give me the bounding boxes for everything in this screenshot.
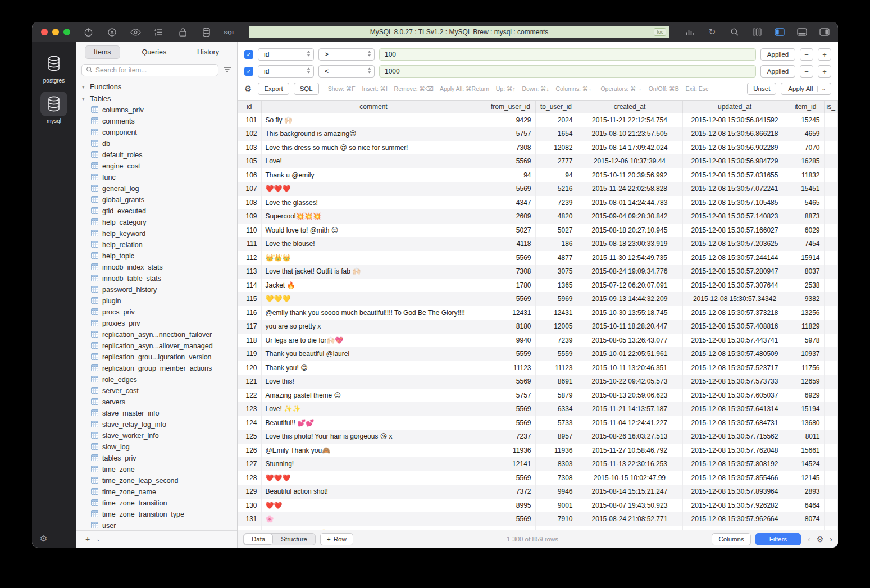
cell-id[interactable]: 126 [238, 444, 261, 458]
cell-to_user_id[interactable]: 4820 [535, 209, 577, 224]
cell-from_user_id[interactable]: 5757 [486, 127, 535, 141]
cell-id[interactable]: 123 [238, 402, 261, 416]
cell-is_[interactable] [824, 127, 838, 141]
cell-id[interactable]: 117 [238, 320, 261, 334]
table-row[interactable]: 115💛💛💛556959692015-09-13 14:44:32.209201… [238, 292, 838, 306]
table-row[interactable]: 122Amazing pastel theme 😊575758792015-08… [238, 389, 838, 403]
cell-created_at[interactable]: 2015-11-21 22:12:54.754 [577, 113, 682, 127]
cell-created_at[interactable]: 2015-11-27 10:58:46.792 [577, 444, 682, 458]
cell-created_at[interactable]: 2015-08-01 14:24:44.783 [577, 196, 682, 210]
cell-is_[interactable] [824, 196, 838, 210]
cell-from_user_id[interactable]: 5559 [486, 347, 535, 361]
filter-column-select[interactable]: id [258, 48, 314, 61]
cell-created_at[interactable]: 2015-08-14 17:09:42.024 [577, 141, 682, 155]
cell-from_user_id[interactable]: 8180 [486, 320, 535, 334]
table-row[interactable]: 127Stunning!1214183032015-11-13 22:30:16… [238, 457, 838, 471]
sidebar-table-plugin[interactable]: plugin [76, 295, 237, 307]
table-row[interactable]: 102This background is amazing😍5757165420… [238, 127, 838, 141]
table-row[interactable]: 111Love the blouse!41181862015-08-18 23:… [238, 237, 838, 251]
cell-from_user_id[interactable]: 5569 [486, 292, 535, 306]
cell-created_at[interactable]: 2015-10-11 20:39:56.992 [577, 168, 682, 183]
cell-item_id[interactable]: 11829 [787, 320, 824, 334]
add-item-chevron-icon[interactable]: ⌄ [94, 536, 103, 542]
cell-updated_at[interactable]: 2015-12-08 15:30:56.866218 [682, 127, 787, 141]
cell-created_at[interactable]: 2015-10-22 09:42:05.573 [577, 375, 682, 389]
cell-comment[interactable]: Love this photo! Your hair is gorgeous 😘… [261, 430, 486, 444]
cell-id[interactable]: 122 [238, 389, 261, 403]
cell-to_user_id[interactable]: 8303 [535, 457, 577, 471]
minimize-window-button[interactable] [52, 29, 59, 35]
cell-item_id[interactable]: 14524 [787, 457, 824, 471]
cell-updated_at[interactable]: 2015-12-08 15:30:57.140823 [682, 209, 787, 224]
close-window-button[interactable] [41, 29, 48, 35]
cell-to_user_id[interactable]: 11936 [535, 444, 577, 458]
table-row[interactable]: 117you are so pretty x8180120052015-10-1… [238, 320, 838, 334]
disclosure-triangle-icon[interactable]: ▾ [82, 96, 87, 102]
sidebar-table-tables_priv[interactable]: tables_priv [76, 453, 237, 464]
cell-to_user_id[interactable]: 12005 [535, 320, 577, 334]
cell-to_user_id[interactable]: 5559 [535, 347, 577, 361]
cell-created_at[interactable]: 2015-10-01 22:05:51.961 [577, 347, 682, 361]
cell-is_[interactable] [824, 430, 838, 444]
cell-comment[interactable]: ❤️❤️❤️ [261, 471, 486, 485]
cell-from_user_id[interactable]: 1780 [486, 279, 535, 293]
cell-is_[interactable] [824, 154, 838, 168]
cell-is_[interactable] [824, 347, 838, 361]
cell-created_at[interactable]: 2015-08-24 21:08:52.771 [577, 512, 682, 526]
cell-id[interactable]: 128 [238, 471, 261, 485]
table-row[interactable]: 112👑👑👑556948772015-11-30 12:54:49.735201… [238, 251, 838, 265]
item-search-input[interactable] [95, 66, 214, 74]
cell-to_user_id[interactable]: 4877 [535, 251, 577, 265]
export-button[interactable]: Export [258, 83, 289, 95]
table-row[interactable]: 128❤️❤️❤️556973082015-10-15 10:02:47.992… [238, 471, 838, 485]
table-row[interactable]: 126@Emily Thank you🙈11936119362015-11-27… [238, 444, 838, 458]
tables-section[interactable]: ▾ Tables [76, 93, 237, 104]
cell-from_user_id[interactable]: 5569 [486, 154, 535, 168]
cell-from_user_id[interactable]: 4118 [486, 237, 535, 251]
sidebar-table-time_zone_transition_type[interactable]: time_zone_transition_type [76, 509, 237, 520]
cell-is_[interactable] [824, 402, 838, 416]
cell-item_id[interactable]: 16285 [787, 154, 824, 168]
table-row[interactable]: 123Love! ✨✨556963342015-11-21 14:13:57.1… [238, 402, 838, 416]
database-icon[interactable] [201, 26, 212, 38]
add-item-button[interactable]: + [81, 535, 94, 544]
sidebar-table-innodb_table_stats[interactable]: innodb_table_stats [76, 273, 237, 284]
cell-item_id[interactable]: 7070 [787, 141, 824, 155]
cell-created_at[interactable]: 2015-11-04 12:24:41.227 [577, 416, 682, 430]
table-row[interactable]: 106Thank u @emily94942015-10-11 20:39:56… [238, 168, 838, 183]
cell-item_id[interactable]: 11756 [787, 361, 824, 375]
table-row[interactable]: 120Thank you! 😊11123111232015-10-11 13:2… [238, 361, 838, 375]
cell-to_user_id[interactable]: 94 [535, 168, 577, 183]
table-row[interactable]: 113Love that jacket! Outfit is fab 🙌🏻730… [238, 265, 838, 279]
add-row-button[interactable]: + Row [320, 533, 353, 545]
cell-item_id[interactable]: 8011 [787, 430, 824, 444]
cell-to_user_id[interactable]: 5027 [535, 224, 577, 238]
cell-id[interactable]: 118 [238, 334, 261, 348]
cell-from_user_id[interactable]: 5569 [486, 416, 535, 430]
sidebar-table-server_cost[interactable]: server_cost [76, 385, 237, 396]
cell-created_at[interactable]: 2015-10-11 18:28:20.447 [577, 320, 682, 334]
columns-button[interactable]: Columns [712, 533, 750, 545]
cell-is_[interactable] [824, 499, 838, 513]
table-row[interactable]: 108Love the glasses!434772392015-08-01 1… [238, 196, 838, 210]
cell-comment[interactable]: Love that jacket! Outfit is fab 🙌🏻 [261, 265, 486, 279]
cell-updated_at[interactable]: 2015-12-08 15:30:57.166027 [682, 224, 787, 238]
cell-from_user_id[interactable]: 7308 [486, 265, 535, 279]
sidebar-table-help_keyword[interactable]: help_keyword [76, 228, 237, 239]
sidebar-table-innodb_index_stats[interactable]: innodb_index_stats [76, 262, 237, 273]
cell-id[interactable]: 116 [238, 306, 261, 320]
cell-item_id[interactable]: 7454 [787, 237, 824, 251]
cell-from_user_id[interactable]: 11123 [486, 361, 535, 375]
cell-comment[interactable]: Love this dress so much 😍 so nice for su… [261, 141, 486, 155]
table-row[interactable]: 101So fly 🙌🏻942920242015-11-21 22:12:54.… [238, 113, 838, 127]
cell-id[interactable]: 109 [238, 209, 261, 224]
cell-is_[interactable] [824, 279, 838, 293]
sort-icon[interactable] [223, 65, 231, 75]
cell-to_user_id[interactable]: 9001 [535, 499, 577, 513]
sidebar-table-general_log[interactable]: general_log [76, 183, 237, 194]
cell-created_at[interactable]: 2015-11-30 12:54:49.735 [577, 251, 682, 265]
cell-from_user_id[interactable]: 5569 [486, 182, 535, 196]
cell-comment[interactable]: Love! ✨✨ [261, 402, 486, 416]
table-row[interactable]: 109Supercool💥💥💥260948202015-09-04 09:28:… [238, 209, 838, 224]
sidebar-table-replication_asyn...nnection_failover[interactable]: replication_asyn...nnection_failover [76, 329, 237, 340]
